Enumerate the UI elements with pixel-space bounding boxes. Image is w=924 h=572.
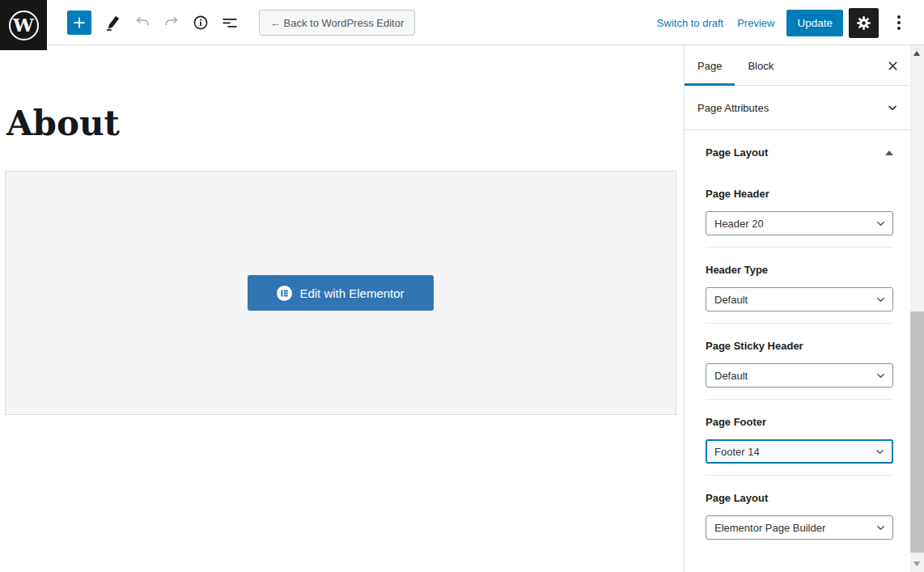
redo-arrow-icon (163, 14, 180, 32)
back-to-wordpress-editor-button[interactable]: ← Back to WordPress Editor (259, 10, 415, 36)
header-type-select[interactable]: Default (706, 287, 893, 311)
pencil-icon (104, 14, 122, 32)
chevron-down-icon (875, 447, 885, 457)
undo-arrow-icon (134, 14, 151, 32)
page-attributes-panel-toggle[interactable]: Page Attributes (685, 86, 910, 130)
preview-link[interactable]: Preview (737, 17, 774, 29)
elementor-e-icon (277, 286, 292, 301)
editor-toolbar: W (0, 0, 924, 45)
page-sticky-header-select[interactable]: Default (706, 363, 893, 388)
chevron-down-icon (887, 102, 898, 113)
toolbar-left-group: ← Back to WordPress Editor (67, 0, 415, 45)
elementor-placeholder-block[interactable]: Edit with Elementor (5, 171, 676, 415)
redo-button[interactable] (159, 11, 184, 35)
page-footer-select[interactable]: Footer 14 (706, 439, 893, 464)
scroll-up-arrow[interactable] (913, 51, 920, 56)
block-inserter-button[interactable] (67, 11, 91, 35)
chevron-down-icon (875, 371, 886, 381)
wordpress-w-letter: W (13, 15, 34, 34)
update-button[interactable]: Update (786, 10, 843, 36)
page-layout-panel-toggle[interactable]: Page Layout (685, 130, 910, 159)
list-view-button[interactable] (218, 11, 242, 35)
collapse-triangle-icon (885, 150, 893, 155)
edit-with-elementor-button[interactable]: Edit with Elementor (248, 275, 434, 311)
plus-icon (71, 15, 87, 31)
tab-block[interactable]: Block (735, 45, 786, 86)
undo-button[interactable] (130, 11, 155, 35)
vertical-scrollbar (910, 45, 924, 572)
field-header-type: Header Type Default (706, 248, 892, 324)
wordpress-logo[interactable]: W (0, 0, 47, 50)
list-view-icon (221, 14, 239, 32)
close-sidebar-button[interactable] (884, 57, 901, 74)
tab-page[interactable]: Page (685, 45, 735, 86)
page-layout-select[interactable]: Elementor Page Builder (706, 515, 893, 540)
wordpress-logo-icon: W (9, 11, 39, 40)
edit-with-elementor-label: Edit with Elementor (299, 286, 404, 300)
page-sticky-header-label: Page Sticky Header (706, 340, 892, 352)
kebab-menu-icon (897, 15, 901, 19)
options-menu-button[interactable] (891, 11, 907, 35)
scrollbar-thumb[interactable] (910, 311, 924, 553)
scroll-down-arrow[interactable] (913, 561, 920, 566)
switch-to-draft-link[interactable]: Switch to draft (657, 17, 723, 29)
sidebar-tabs: Page Block (685, 45, 910, 86)
page-header-select[interactable]: Header 20 (706, 211, 893, 235)
field-page-layout: Page Layout Elementor Page Builder (706, 476, 892, 551)
settings-toggle-button[interactable] (849, 8, 879, 38)
wordpress-block-editor: W (0, 0, 924, 572)
toolbar-right-group: Switch to draft Preview Update (657, 0, 907, 45)
editor-canvas: About Edit with Elementor (0, 45, 684, 572)
page-footer-label: Page Footer (706, 416, 892, 428)
gear-icon (854, 14, 873, 32)
info-icon (192, 14, 210, 32)
page-title[interactable]: About (6, 107, 120, 141)
field-page-footer: Page Footer Footer 14 (706, 400, 892, 476)
chevron-down-icon (875, 294, 886, 305)
page-header-label: Page Header (706, 188, 892, 200)
field-page-header: Page Header Header 20 (706, 159, 892, 248)
page-layout-label: Page Layout (706, 492, 892, 504)
details-button[interactable] (189, 11, 213, 35)
page-layout-panel-title: Page Layout (706, 146, 768, 159)
field-page-sticky-header: Page Sticky Header Default (706, 324, 892, 400)
chevron-down-icon (875, 218, 886, 229)
tools-button[interactable] (101, 11, 125, 35)
close-icon (887, 60, 899, 72)
chevron-down-icon (875, 523, 886, 533)
settings-sidebar: Page Block Page Attributes Page Layout P… (684, 45, 910, 572)
header-type-label: Header Type (706, 264, 892, 276)
page-attributes-label: Page Attributes (697, 102, 769, 114)
